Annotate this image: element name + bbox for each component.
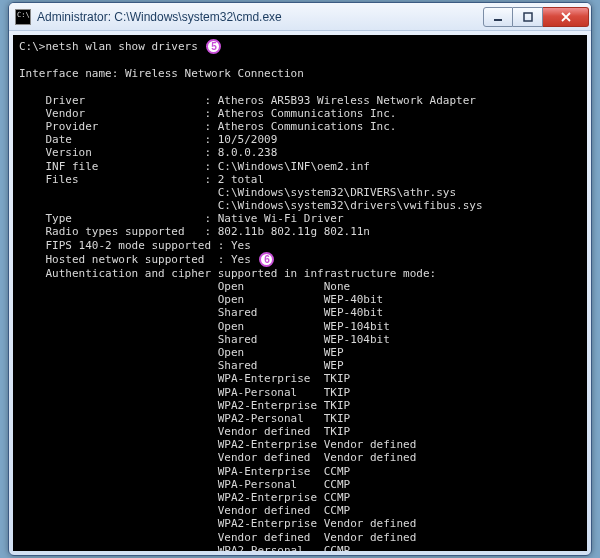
cipher-row: Open WEP-40bit xyxy=(19,293,383,306)
section-header: Authentication and cipher supported in i… xyxy=(19,267,436,280)
info-row: Hosted network supported : Yes xyxy=(19,252,257,265)
interface-name: Interface name: Wireless Network Connect… xyxy=(19,67,304,80)
cipher-row: Shared WEP-40bit xyxy=(19,306,383,319)
cipher-row: Open WEP xyxy=(19,346,344,359)
cipher-row: Vendor defined Vendor defined xyxy=(19,531,416,544)
cipher-row: WPA2-Personal CCMP xyxy=(19,544,350,551)
info-row: Type : Native Wi-Fi Driver xyxy=(19,212,344,225)
info-row: Date : 10/5/2009 xyxy=(19,133,277,146)
command-text: netsh wlan show drivers xyxy=(46,40,198,53)
info-row: C:\Windows\system32\drivers\vwifibus.sys xyxy=(19,199,483,212)
window-controls xyxy=(483,7,589,27)
window-title: Administrator: C:\Windows\system32\cmd.e… xyxy=(37,10,483,24)
info-row: INF file : C:\Windows\INF\oem2.inf xyxy=(19,160,370,173)
cipher-row: WPA-Personal CCMP xyxy=(19,478,350,491)
info-row: Radio types supported : 802.11b 802.11g … xyxy=(19,225,370,238)
maximize-button[interactable] xyxy=(513,7,543,27)
svg-rect-1 xyxy=(524,13,532,21)
cipher-row: WPA-Personal TKIP xyxy=(19,386,350,399)
close-icon xyxy=(561,12,571,22)
cipher-row: WPA2-Enterprise CCMP xyxy=(19,491,350,504)
cmd-icon xyxy=(15,9,31,25)
annotation-badge-5: 5 xyxy=(206,39,221,54)
info-row: Driver : Atheros AR5B93 Wireless Network… xyxy=(19,94,476,107)
info-row: C:\Windows\system32\DRIVERS\athr.sys xyxy=(19,186,456,199)
terminal-output[interactable]: C:\>netsh wlan show drivers 5 Interface … xyxy=(13,35,587,551)
prompt: C:\> xyxy=(19,40,46,53)
cipher-row: WPA2-Personal TKIP xyxy=(19,412,350,425)
svg-rect-0 xyxy=(494,19,502,21)
cipher-row: WPA2-Enterprise TKIP xyxy=(19,399,350,412)
info-row: FIPS 140-2 mode supported : Yes xyxy=(19,239,251,252)
cipher-row: Open None xyxy=(19,280,350,293)
close-button[interactable] xyxy=(543,7,589,27)
info-row: Files : 2 total xyxy=(19,173,264,186)
cmd-window: Administrator: C:\Windows\system32\cmd.e… xyxy=(8,2,592,556)
cipher-row: Shared WEP xyxy=(19,359,344,372)
cipher-row: Open WEP-104bit xyxy=(19,320,390,333)
cipher-row: Vendor defined Vendor defined xyxy=(19,451,416,464)
cipher-row: WPA2-Enterprise Vendor defined xyxy=(19,438,416,451)
info-row: Version : 8.0.0.238 xyxy=(19,146,277,159)
info-row: Vendor : Atheros Communications Inc. xyxy=(19,107,397,120)
minimize-icon xyxy=(493,12,503,22)
cipher-row: WPA2-Enterprise Vendor defined xyxy=(19,517,416,530)
cipher-row: Vendor defined CCMP xyxy=(19,504,350,517)
annotation-badge-6: 6 xyxy=(259,252,274,267)
info-row: Provider : Atheros Communications Inc. xyxy=(19,120,397,133)
cipher-row: Shared WEP-104bit xyxy=(19,333,390,346)
maximize-icon xyxy=(523,12,533,22)
cipher-row: WPA-Enterprise TKIP xyxy=(19,372,350,385)
cipher-row: Vendor defined TKIP xyxy=(19,425,350,438)
minimize-button[interactable] xyxy=(483,7,513,27)
titlebar[interactable]: Administrator: C:\Windows\system32\cmd.e… xyxy=(9,3,591,31)
cipher-row: WPA-Enterprise CCMP xyxy=(19,465,350,478)
